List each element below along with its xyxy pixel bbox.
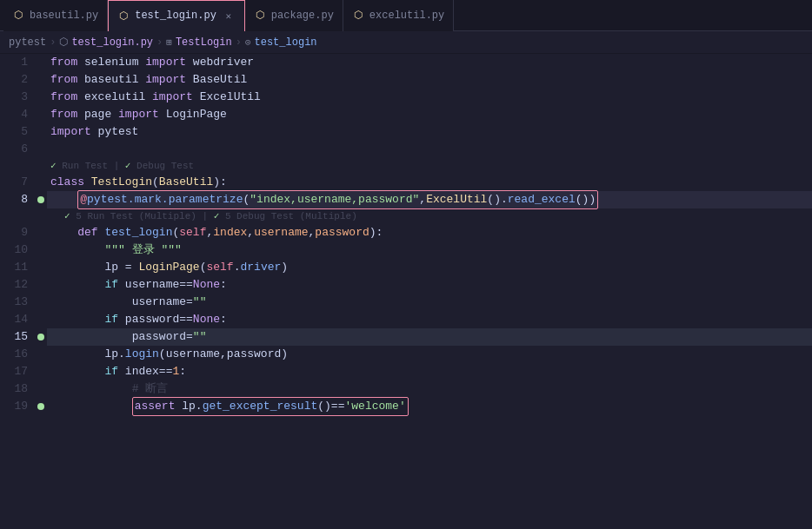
code-line-1: from selenium import webdriver (47, 54, 812, 71)
breadcrumb-class-icon: ⊞ (166, 36, 172, 48)
gutter-hint1 (35, 158, 47, 174)
ln13: 13 (3, 294, 28, 311)
code-line-14: if password==None: (47, 311, 812, 328)
kw-if-12: if (104, 276, 124, 294)
ln-hint2: · (3, 208, 28, 224)
loginpage-cls: LoginPage (138, 259, 199, 276)
breadcrumb-sep3: › (236, 36, 242, 49)
ln7: 7 (3, 174, 28, 191)
code-line-11: lp = LoginPage(self.driver) (47, 259, 812, 276)
indent-12 (50, 276, 104, 294)
indent-8 (50, 191, 77, 208)
breadcrumb-file: test_login.py (71, 36, 153, 49)
ln10: 10 (3, 241, 28, 259)
nm-7: ( (152, 174, 159, 191)
indent-13 (50, 294, 132, 311)
gutter-7 (35, 174, 47, 191)
indent-9 (50, 224, 77, 241)
parens2: (). (487, 193, 507, 206)
str-15: "" (193, 328, 207, 346)
nm-14: password== (125, 311, 193, 328)
tab-excelutil[interactable]: ⬡ excelutil.py (343, 0, 454, 31)
ln9: 9 (3, 224, 28, 241)
code-line-9: def test_login(self,index,username,passw… (47, 224, 812, 241)
kw-import5: import (50, 123, 91, 141)
ln12: 12 (3, 276, 28, 294)
ln-hint1: · (3, 158, 28, 174)
num-1: 1 (172, 363, 179, 380)
run-test-hint-8[interactable]: ✓ 5 Run Test (Multiple) | ✓ 5 Debug Test… (47, 208, 812, 224)
indent-18 (50, 380, 132, 398)
gutter-3 (35, 89, 47, 106)
decorator-at: @ (80, 193, 87, 206)
tab-close-button[interactable]: ✕ (222, 9, 236, 23)
indent-15 (50, 328, 132, 346)
tab-label: test_login.py (135, 10, 216, 22)
check-icon-debug2: ✓ (214, 208, 225, 225)
tab-label: baseutil.py (30, 10, 98, 22)
indent-19 (50, 398, 132, 415)
nm-11b: . (234, 259, 241, 276)
code-line-7: class TestLogin(BaseUtil): (47, 174, 812, 191)
python-icon: ⬡ (352, 10, 364, 22)
gutter-19 (35, 398, 47, 415)
check-icon-run: ✓ (50, 157, 62, 175)
run-test-label: Run Test | (62, 157, 125, 175)
read-excel-fn: read_excel (508, 193, 576, 206)
decorator-str: "index,username,password" (250, 193, 419, 206)
breadcrumb: pytest › ⬡ test_login.py › ⊞ TestLogin ›… (0, 31, 812, 54)
python-icon: ⬡ (12, 10, 24, 22)
debug-test-label: Debug Test (136, 157, 194, 175)
nm-15: password= (132, 328, 193, 346)
tab-test-login[interactable]: ⬡ test_login.py ✕ (108, 0, 245, 31)
fn-get-except: get_except_result (203, 400, 318, 413)
ln3: 3 (3, 89, 28, 106)
assert-box: assert lp.get_except_result()=='welcome' (132, 397, 409, 416)
self-9: self (179, 224, 206, 241)
kw-from4: from (50, 106, 77, 123)
param-username: username (254, 224, 308, 241)
gutter-2 (35, 71, 47, 89)
tab-baseutil[interactable]: ⬡ baseutil.py (3, 0, 108, 31)
indent-11 (50, 259, 104, 276)
cl-baseutil: BaseUtil (159, 174, 213, 191)
run-test-5-label: 5 Run Test (Multiple) | (76, 208, 213, 225)
tab-label: excelutil.py (369, 10, 444, 22)
gutter-9 (35, 224, 47, 241)
code-line-19: assert lp.get_except_result()=='welcome' (47, 398, 812, 415)
indent-14 (50, 311, 104, 328)
gutter-16 (35, 346, 47, 363)
kw-if-14: if (104, 311, 124, 328)
nm-12b: : (220, 276, 227, 294)
breadcrumb-fn-icon: ⊙ (245, 36, 251, 48)
code-line-5: import pytest (47, 123, 812, 141)
tab-package[interactable]: ⬡ package.py (245, 0, 343, 31)
comment-18: # 断言 (132, 380, 169, 398)
gutter-5 (35, 123, 47, 141)
nm-3: excelutil (77, 89, 152, 106)
kw-class: class (50, 174, 91, 191)
ln1: 1 (3, 54, 28, 71)
breadcrumb-sep2: › (156, 36, 163, 49)
kw-import3: import (152, 89, 193, 106)
nm-7b: ): (213, 174, 227, 191)
indent-10 (50, 241, 104, 259)
str-welcome: 'welcome' (344, 400, 405, 413)
ln18: 18 (3, 380, 28, 398)
code-editor[interactable]: from selenium import webdriver from base… (47, 54, 812, 529)
debug-test-5-label: 5 Debug Test (Multiple) (225, 208, 357, 225)
gutter-14 (35, 311, 47, 328)
decorator-fn: pytest.mark.parametrize (87, 193, 243, 206)
nm-4: page (77, 106, 118, 123)
kw-none-14: None (193, 311, 220, 328)
breadcrumb-fn: test_login (255, 36, 317, 49)
python-icon: ⬡ (117, 10, 130, 22)
run-test-hint-7[interactable]: ✓ Run Test | ✓ Debug Test (47, 158, 812, 174)
nm-11c: ) (281, 259, 288, 276)
nm-9: ( (172, 224, 179, 241)
ln2: 2 (3, 71, 28, 89)
code-line-3: from excelutil import ExcelUtil (47, 89, 812, 106)
gutter-15 (35, 328, 47, 346)
breadcrumb-file-icon: ⬡ (59, 36, 68, 49)
gutter-12 (35, 276, 47, 294)
